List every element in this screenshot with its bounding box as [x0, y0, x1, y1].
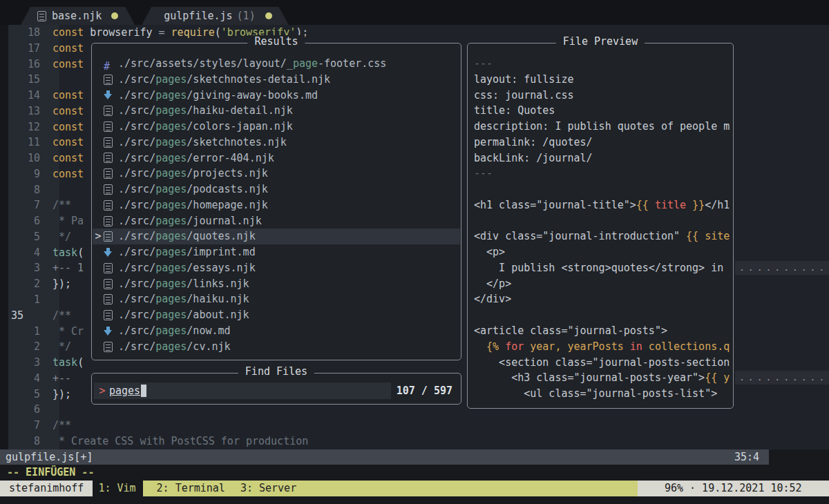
file-path: ./src/pages/sketchnotes-detail.njk	[118, 72, 330, 88]
file-path: ./src/pages/haiku.njk	[118, 291, 249, 307]
modified-dot-icon	[111, 12, 118, 19]
result-row[interactable]: > ./src/pages/haiku-detail.njk	[93, 103, 460, 119]
line-number: 5	[0, 387, 46, 403]
result-row[interactable]: > ./src/pages/haiku.njk	[93, 291, 460, 307]
match-highlight: pages	[155, 73, 187, 86]
search-input[interactable]: > pages	[94, 382, 391, 399]
result-row[interactable]: > ./src/pages/sketchnotes.njk	[93, 135, 460, 151]
match-highlight: pages	[155, 120, 187, 133]
file-type-icon	[104, 263, 113, 273]
line-number: 8	[0, 434, 46, 449]
file-type-icon	[104, 184, 113, 195]
line-code: });	[46, 276, 71, 292]
line-number: 16	[0, 57, 46, 72]
line-code: task(	[46, 245, 84, 261]
preview-line: <h1 class="journal-title">{{ title }}</h…	[474, 197, 730, 213]
match-highlight: pages	[155, 293, 187, 305]
preview-line: <p>	[474, 244, 730, 260]
result-row[interactable]: > ./src/assets/styles/layout/_page-foote…	[93, 56, 460, 72]
result-row[interactable]: > ./src/pages/giving-away-books.md	[93, 88, 460, 104]
result-row[interactable]: > ./src/pages/essays.njk	[93, 260, 460, 276]
preview-line: css: journal.css	[474, 88, 730, 104]
result-row[interactable]: > ./src/pages/about.njk	[93, 307, 460, 323]
line-code: const	[46, 135, 84, 151]
modified-dot-icon	[265, 12, 272, 19]
tab-list: base.njk gulpfile.js (1)	[21, 7, 289, 25]
tmux-status-right: 96% · 19.12.2021 10:52	[638, 481, 829, 496]
line-number: 4	[0, 371, 46, 387]
result-row[interactable]: > ./src/pages/error-404.njk	[93, 151, 460, 166]
tab-buffer-count: (1)	[237, 10, 256, 22]
match-highlight: pages	[155, 136, 187, 148]
result-row[interactable]: > ./src/pages/projects.njk	[93, 166, 460, 182]
line-number: 35	[0, 308, 46, 324]
buffer-line[interactable]: 8 * Create CSS with PostCSS for producti…	[0, 434, 829, 449]
line-code: +--	[46, 371, 71, 387]
file-path: ./src/pages/journal.njk	[118, 213, 262, 229]
preview-line: <div class="journal-introduction" {{ sit…	[474, 229, 730, 244]
file-path: ./src/pages/error-404.njk	[118, 151, 274, 166]
file-type-icon	[104, 137, 113, 148]
line-number: 3	[0, 355, 46, 371]
line-number: 9	[0, 166, 46, 182]
line-number: 1	[0, 292, 46, 308]
tmux-window-current[interactable]: 1: Vim	[98, 481, 135, 496]
line-number: 8	[0, 182, 46, 198]
result-counter: 107 / 597	[397, 382, 452, 399]
preview-line: <article class="journal-posts">	[474, 323, 730, 339]
match-highlight: pages	[155, 278, 187, 290]
line-code: * Pa	[46, 213, 84, 229]
match-highlight: pages	[155, 199, 187, 211]
result-row[interactable]: > ./src/pages/links.njk	[93, 276, 460, 292]
line-code	[46, 72, 53, 88]
result-row[interactable]: > ./src/pages/now.md	[93, 323, 460, 339]
file-preview-title: File Preview	[556, 35, 645, 48]
tmux-window[interactable]: 3: Server	[240, 481, 296, 496]
buffer-line[interactable]: 18 const browserify = require('browserif…	[0, 25, 829, 41]
line-code: */	[46, 229, 71, 245]
tmux-status-bar: stefanimhoff 1: Vim 2: Terminal3: Server…	[0, 481, 829, 496]
file-path: ./src/pages/about.njk	[118, 307, 249, 323]
buffer-tab[interactable]: gulpfile.js (1)	[142, 7, 288, 25]
tmux-window-segment: 2: Terminal3: Server	[143, 481, 638, 496]
line-number: 5	[0, 229, 46, 245]
result-row[interactable]: > ./src/pages/homepage.njk	[93, 197, 460, 213]
prompt-icon: >	[97, 385, 108, 397]
buffer-tab[interactable]: base.njk	[21, 7, 135, 25]
file-path: ./src/pages/projects.njk	[118, 166, 268, 182]
result-row[interactable]: > ./src/pages/colors-japan.njk	[93, 119, 460, 135]
preview-line: <section class="journal-posts-section"	[474, 355, 730, 371]
line-code: * Cr	[46, 324, 84, 340]
line-code: /**	[46, 418, 71, 434]
file-type-icon	[104, 231, 113, 242]
preview-lines: ---layout: fullsizecss: journal.csstitle…	[474, 56, 730, 402]
result-row[interactable]: > ./src/pages/journal.njk	[93, 213, 460, 229]
preview-line: </p>	[474, 276, 730, 292]
file-type-icon	[104, 326, 113, 336]
line-code	[46, 182, 53, 198]
buffer-line[interactable]: 7 /**	[0, 418, 829, 434]
line-code: });	[46, 387, 71, 403]
file-path: ./src/assets/styles/layout/_page-footer.…	[118, 56, 386, 72]
result-row[interactable]: > ./src/pages/cv.njk	[93, 339, 460, 355]
file-type-icon	[104, 216, 113, 226]
tmux-window[interactable]: 2: Terminal	[157, 481, 225, 496]
vim-mode-indicator: -- EINFÜGEN --	[0, 465, 829, 481]
file-type-icon	[104, 200, 113, 211]
line-number: 1	[0, 324, 46, 340]
file-type-icon	[104, 247, 113, 258]
result-row[interactable]: > ./src/pages/quotes.njk	[93, 229, 460, 244]
truncated-line-dots: ..............	[735, 261, 829, 275]
line-number: 12	[0, 119, 46, 135]
line-code: const	[46, 41, 84, 57]
file-path: ./src/pages/essays.njk	[118, 260, 256, 276]
preview-line: backLink: /journal/	[474, 151, 730, 166]
result-row[interactable]: > ./src/pages/imprint.md	[93, 244, 460, 260]
result-row[interactable]: > ./src/pages/podcasts.njk	[93, 182, 460, 197]
match-highlight: pages	[155, 89, 187, 101]
line-code: */	[46, 339, 71, 355]
line-code: const	[46, 151, 84, 166]
line-number: 10	[0, 151, 46, 166]
preview-line: I publish <strong>quotes</strong> in m	[474, 260, 730, 276]
result-row[interactable]: > ./src/pages/sketchnotes-detail.njk	[93, 72, 460, 88]
